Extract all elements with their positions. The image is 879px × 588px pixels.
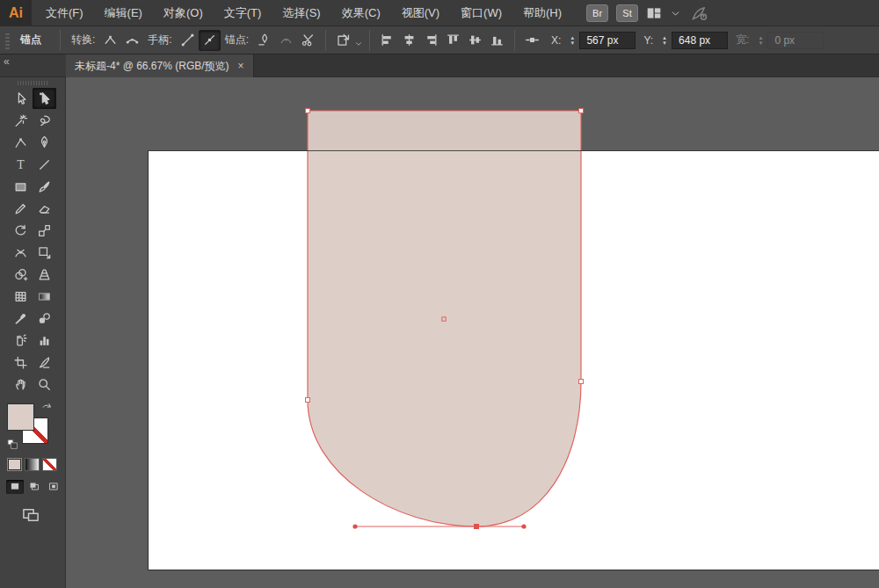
align-top-icon[interactable] [442, 30, 464, 51]
menu-item-窗口w[interactable]: 窗口(W) [450, 0, 512, 26]
selection-tool[interactable] [9, 88, 33, 109]
gradient-tool[interactable] [33, 286, 56, 307]
gradient-button[interactable] [25, 458, 40, 471]
menu-item-对象o[interactable]: 对象(O) [153, 0, 214, 26]
tool-grid: T [0, 88, 65, 395]
magic-wand-tool[interactable] [9, 110, 33, 131]
draw-normal-button[interactable] [6, 480, 24, 494]
direction-handle[interactable] [521, 524, 526, 528]
drawing-modes-row [6, 480, 65, 494]
width-field-group: 宽: ▴▾ 0 px [731, 32, 824, 49]
isolate-selected-object-button[interactable] [332, 30, 354, 51]
show-handles-icon[interactable] [177, 30, 199, 51]
pencil-tool[interactable] [9, 198, 33, 219]
hide-handles-icon[interactable] [199, 30, 221, 51]
rotate-tool[interactable] [9, 220, 33, 241]
y-input[interactable]: 648 px [672, 32, 728, 49]
anchor-point[interactable] [306, 109, 310, 113]
scale-tool[interactable] [33, 220, 56, 241]
zoom-tool[interactable] [33, 374, 56, 395]
width-tool[interactable] [9, 242, 33, 263]
convert-to-corner-icon[interactable] [99, 30, 121, 51]
close-icon[interactable]: × [238, 60, 244, 72]
cs-live-icon[interactable] [689, 4, 708, 22]
chevron-down-icon[interactable] [354, 36, 363, 45]
menu-item-编辑e[interactable]: 编辑(E) [94, 0, 153, 26]
menu-item-帮助h[interactable]: 帮助(H) [512, 0, 572, 26]
slice-tool[interactable] [33, 352, 56, 373]
type-tool[interactable]: T [9, 154, 33, 175]
swap-fill-stroke-icon[interactable] [41, 402, 53, 413]
anchor-point[interactable] [579, 380, 584, 384]
draw-behind-button[interactable] [25, 480, 43, 494]
menu-item-选择s[interactable]: 选择(S) [272, 0, 331, 26]
perspective-grid-tool[interactable] [33, 264, 56, 285]
shape-builder-tool[interactable] [9, 264, 33, 285]
direct-selection-tool[interactable] [33, 88, 56, 109]
direction-handle[interactable] [352, 524, 357, 528]
x-field-group: X: ▴▾ 567 px [547, 32, 636, 49]
anchor-point-tool[interactable] [9, 132, 33, 153]
draw-inside-button[interactable] [45, 480, 62, 494]
default-fill-stroke-icon[interactable] [7, 438, 18, 449]
width-input: 0 px [767, 32, 824, 49]
menu-item-文件f[interactable]: 文件(F) [35, 0, 94, 26]
tool-panel: T [0, 77, 66, 588]
align-left-icon[interactable] [376, 30, 398, 51]
document-tab[interactable]: 未标题-4* @ 66.67% (RGB/预览) × [66, 54, 254, 77]
bridge-button[interactable]: Br [586, 4, 608, 22]
blend-tool[interactable] [33, 308, 56, 329]
rectangle-tool[interactable] [9, 176, 33, 197]
align-buttons [376, 30, 508, 51]
canvas[interactable] [66, 77, 879, 588]
menubar-right: Br St [586, 4, 708, 22]
toolpanel-collapse-button[interactable]: « [0, 54, 66, 77]
free-transform-tool[interactable] [33, 242, 56, 263]
mesh-tool[interactable] [9, 286, 33, 307]
selected-shape-path[interactable] [308, 111, 581, 526]
convert-to-smooth-icon[interactable] [121, 30, 143, 51]
menu-item-效果c[interactable]: 效果(C) [331, 0, 391, 26]
paintbrush-tool[interactable] [33, 176, 56, 197]
anchor-point-selected[interactable] [474, 524, 479, 529]
app-logo: Ai [0, 0, 32, 26]
none-button[interactable] [42, 458, 57, 471]
menu: 文件(F)编辑(E)对象(O)文字(T)选择(S)效果(C)视图(V)窗口(W)… [35, 0, 572, 26]
chevron-down-icon[interactable] [670, 7, 681, 18]
anchor-point[interactable] [579, 109, 584, 113]
menubar: Ai 文件(F)编辑(E)对象(O)文字(T)选择(S)效果(C)视图(V)窗口… [0, 0, 879, 26]
align-middle-v-icon[interactable] [464, 30, 486, 51]
fill-swatch[interactable] [7, 403, 34, 431]
align-bottom-icon[interactable] [486, 30, 508, 51]
column-graph-tool[interactable] [33, 330, 56, 351]
color-type-row [7, 458, 65, 471]
hand-tool[interactable] [9, 374, 33, 395]
pen-tool[interactable] [33, 132, 56, 153]
y-stepper[interactable]: ▴▾ [659, 35, 670, 46]
x-input[interactable]: 567 px [579, 32, 636, 49]
line-segment-tool[interactable] [33, 154, 56, 175]
align-right-icon[interactable] [420, 30, 442, 51]
color-button[interactable] [7, 458, 22, 471]
workspace-icon[interactable] [646, 5, 662, 21]
svg-text:T: T [17, 158, 25, 171]
menu-item-视图v[interactable]: 视图(V) [391, 0, 450, 26]
x-stepper[interactable]: ▴▾ [567, 35, 578, 46]
menu-item-文字t[interactable]: 文字(T) [214, 0, 272, 26]
eyedropper-tool[interactable] [9, 308, 33, 329]
artboard-tool[interactable] [9, 352, 33, 373]
toolpanel-grip[interactable] [18, 81, 47, 85]
anchor-point[interactable] [306, 398, 310, 403]
controlbar-grip[interactable] [5, 32, 10, 49]
anchor-buttons [253, 30, 319, 51]
screen-mode-button[interactable] [19, 506, 42, 524]
lasso-tool[interactable] [33, 110, 56, 131]
eraser-tool[interactable] [33, 198, 56, 219]
handle-buttons [177, 30, 221, 51]
remove-anchor-icon[interactable] [253, 30, 275, 51]
stock-button[interactable]: St [616, 4, 638, 22]
symbol-sprayer-tool[interactable] [9, 330, 33, 351]
cut-path-icon[interactable] [297, 30, 319, 51]
align-center-h-icon[interactable] [398, 30, 420, 51]
separator [60, 30, 61, 51]
